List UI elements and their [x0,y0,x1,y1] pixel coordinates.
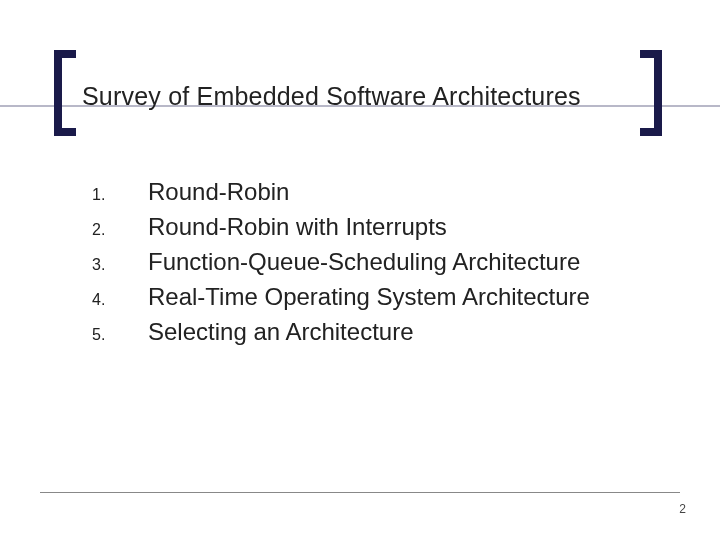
list-text: Round-Robin [148,178,289,206]
list-item: 4. Real-Time Operating System Architectu… [92,283,590,311]
list-number: 2. [92,221,148,239]
list-item: 1. Round-Robin [92,178,590,206]
footer-rule [40,492,680,493]
list-number: 4. [92,291,148,309]
page-number: 2 [679,502,686,516]
list-number: 1. [92,186,148,204]
title-bracket-right [640,50,662,136]
list-number: 3. [92,256,148,274]
list-text: Real-Time Operating System Architecture [148,283,590,311]
list-text: Function-Queue-Scheduling Architecture [148,248,580,276]
item-list: 1. Round-Robin 2. Round-Robin with Inter… [92,178,590,353]
title-bracket-left [54,50,76,136]
list-item: 2. Round-Robin with Interrupts [92,213,590,241]
list-item: 3. Function-Queue-Scheduling Architectur… [92,248,590,276]
list-item: 5. Selecting an Architecture [92,318,590,346]
list-text: Selecting an Architecture [148,318,414,346]
list-text: Round-Robin with Interrupts [148,213,447,241]
slide-title: Survey of Embedded Software Architecture… [82,82,581,111]
list-number: 5. [92,326,148,344]
